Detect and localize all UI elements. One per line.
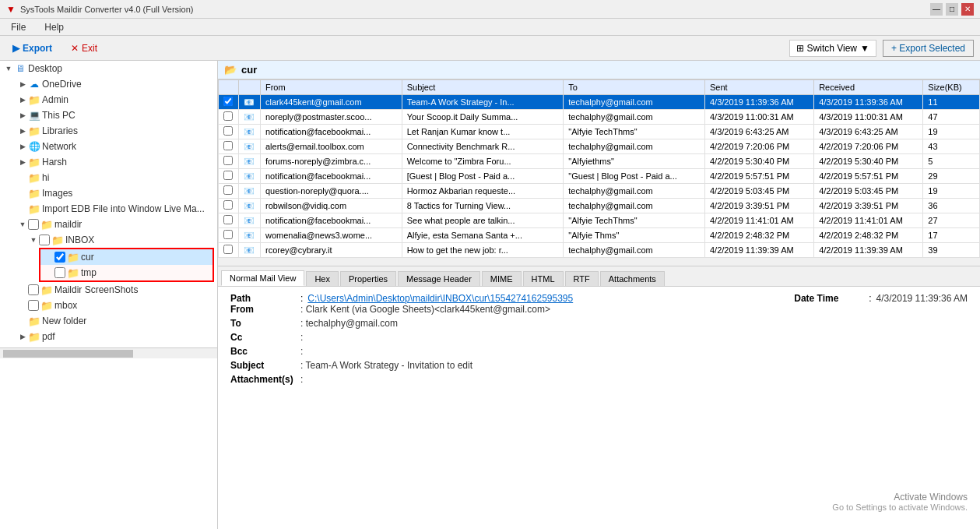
sidebar-item-thispc[interactable]: ▶ 💻 This PC (0, 108, 217, 123)
export-selected-button[interactable]: + Export Selected (883, 40, 974, 57)
maximize-button[interactable]: □ (946, 3, 958, 16)
row-check[interactable] (219, 243, 239, 258)
table-row[interactable]: 📧 robwilson@vidiq.com 8 Tactics for Turn… (219, 199, 980, 213)
maildir-screenshots-checkbox[interactable] (28, 284, 39, 295)
sidebar-item-libraries[interactable]: ▶ 📁 Libraries (0, 123, 217, 139)
row-check[interactable] (219, 95, 239, 110)
row-to: techalphy@gmail.com (564, 95, 705, 110)
sidebar-item-cur[interactable]: ▶ 📁 cur (40, 249, 213, 265)
tab-normal-mail-view[interactable]: Normal Mail View (221, 270, 304, 286)
expand-libraries-icon[interactable]: ▶ (17, 125, 28, 136)
col-header-from[interactable]: From (260, 80, 402, 95)
table-row[interactable]: 📧 notification@facebookmai... [Guest | B… (219, 169, 980, 184)
col-header-check[interactable] (219, 80, 239, 95)
importedb-label: Import EDB File into Window Live Ma... (42, 203, 205, 214)
harsh-folder-icon: 📁 (28, 156, 40, 168)
sidebar-item-images[interactable]: ▶ 📁 Images (0, 185, 217, 201)
sidebar-item-newfolder[interactable]: ▶ 📁 New folder (0, 313, 217, 329)
maildir-checkbox[interactable] (28, 219, 39, 230)
to-label: To (230, 318, 300, 329)
subject-label: Subject (230, 360, 300, 371)
table-row[interactable]: 📧 alerts@email.toolbox.com Connectivity … (219, 139, 980, 154)
row-check[interactable] (219, 184, 239, 199)
sidebar-item-inbox[interactable]: ▼ 📁 INBOX (0, 232, 217, 248)
row-received: 4/2/2019 5:57:51 PM (814, 169, 923, 184)
col-header-icon[interactable] (238, 80, 260, 95)
tab-attachments[interactable]: Attachments (600, 271, 665, 286)
row-check[interactable] (219, 110, 239, 125)
row-check[interactable] (219, 169, 239, 184)
sidebar-item-tmp[interactable]: ▶ 📁 tmp (40, 265, 213, 280)
row-check[interactable] (219, 213, 239, 228)
row-to: "Alfyie TechThms" (564, 213, 705, 228)
table-row[interactable]: 📧 forums-noreply@zimbra.c... Welcome to … (219, 154, 980, 169)
tab-properties[interactable]: Properties (340, 271, 396, 286)
col-header-received[interactable]: Received (814, 80, 923, 95)
row-size: 19 (923, 125, 980, 139)
title-bar: ▼ SysTools Maildir Converter v4.0 (Full … (0, 0, 980, 19)
row-icon: 📧 (238, 95, 260, 110)
expand-harsh-icon[interactable]: ▶ (17, 157, 28, 168)
row-check[interactable] (219, 154, 239, 169)
activate-windows-title: Activate Windows (832, 492, 968, 503)
tab-html[interactable]: HTML (523, 271, 564, 286)
row-subject: Welcome to "Zimbra Foru... (402, 154, 564, 169)
sidebar-item-harsh[interactable]: ▶ 📁 Harsh (0, 154, 217, 170)
tmp-checkbox[interactable] (54, 267, 65, 278)
expand-thispc-icon[interactable]: ▶ (17, 110, 28, 121)
tab-hex[interactable]: Hex (306, 271, 339, 286)
expand-onedrive-icon[interactable]: ▶ (17, 79, 28, 90)
preview-from-row: From : Clark Kent (via Google Sheets)<cl… (230, 304, 968, 315)
tab-message-header[interactable]: Message Header (398, 271, 480, 286)
email-table-container[interactable]: From Subject To Sent Received Size(KB) 📧… (218, 79, 980, 266)
sidebar-item-onedrive[interactable]: ▶ ☁ OneDrive (0, 76, 217, 92)
table-row[interactable]: 📧 rcorey@cybrary.it How to get the new j… (219, 243, 980, 258)
menu-file[interactable]: File (6, 20, 30, 34)
app-icon: ▼ (6, 4, 16, 15)
table-row[interactable]: 📧 clark445kent@gmail.com Team-A Work Str… (219, 95, 980, 110)
col-header-sent[interactable]: Sent (705, 80, 814, 95)
sidebar-item-maildir-screenshots[interactable]: ▶ 📁 Maildir ScreenShots (0, 282, 217, 298)
export-button[interactable]: ▶ Export (6, 41, 58, 56)
sidebar-scrollbar[interactable] (0, 347, 217, 358)
expand-maildir-icon[interactable]: ▼ (17, 219, 28, 230)
sidebar-item-hi[interactable]: ▶ 📁 hi (0, 170, 217, 185)
row-subject: Hormoz Akbarian requeste... (402, 184, 564, 199)
table-row[interactable]: 📧 notification@facebookmai... Let Ranjan… (219, 125, 980, 139)
sidebar-item-mbox[interactable]: ▶ 📁 mbox (0, 298, 217, 313)
col-header-to[interactable]: To (564, 80, 705, 95)
row-icon: 📧 (238, 228, 260, 243)
col-header-size[interactable]: Size(KB) (923, 80, 980, 95)
sidebar-item-desktop[interactable]: ▼ 🖥 Desktop (0, 61, 217, 76)
switch-view-button[interactable]: ⊞ Switch View ▼ (789, 40, 876, 57)
minimize-button[interactable]: — (930, 3, 943, 16)
sidebar-item-maildir[interactable]: ▼ 📁 maildir (0, 217, 217, 232)
table-row[interactable]: 📧 notification@facebookmai... See what p… (219, 213, 980, 228)
expand-pdf-icon[interactable]: ▶ (17, 331, 28, 342)
col-header-subject[interactable]: Subject (402, 80, 564, 95)
row-check[interactable] (219, 125, 239, 139)
table-row[interactable]: 📧 noreply@postmaster.scoo... Your Scoop.… (219, 110, 980, 125)
close-button[interactable]: ✕ (961, 3, 974, 16)
tab-mime[interactable]: MIME (482, 271, 522, 286)
expand-admin-icon[interactable]: ▶ (17, 94, 28, 105)
expand-inbox-icon[interactable]: ▼ (28, 235, 39, 245)
expand-desktop-icon[interactable]: ▼ (3, 63, 14, 74)
table-row[interactable]: 📧 question-noreply@quora.... Hormoz Akba… (219, 184, 980, 199)
table-row[interactable]: 📧 womenalia@news3.wome... Alfyie, esta S… (219, 228, 980, 243)
expand-network-icon[interactable]: ▶ (17, 141, 28, 152)
row-check[interactable] (219, 139, 239, 154)
sidebar-item-network[interactable]: ▶ 🌐 Network (0, 139, 217, 154)
inbox-checkbox[interactable] (39, 235, 50, 245)
mbox-checkbox[interactable] (28, 300, 39, 311)
sidebar-item-admin[interactable]: ▶ 📁 Admin (0, 92, 217, 108)
cur-checkbox[interactable] (54, 252, 65, 263)
menu-help[interactable]: Help (40, 20, 68, 34)
sidebar-item-importedb[interactable]: ▶ 📁 Import EDB File into Window Live Ma.… (0, 201, 217, 217)
exit-button[interactable]: ✕ Exit (65, 41, 104, 56)
thispc-icon: 💻 (28, 109, 40, 122)
row-check[interactable] (219, 228, 239, 243)
tab-rtf[interactable]: RTF (565, 271, 599, 286)
row-check[interactable] (219, 199, 239, 213)
sidebar-item-pdf[interactable]: ▶ 📁 pdf (0, 329, 217, 344)
